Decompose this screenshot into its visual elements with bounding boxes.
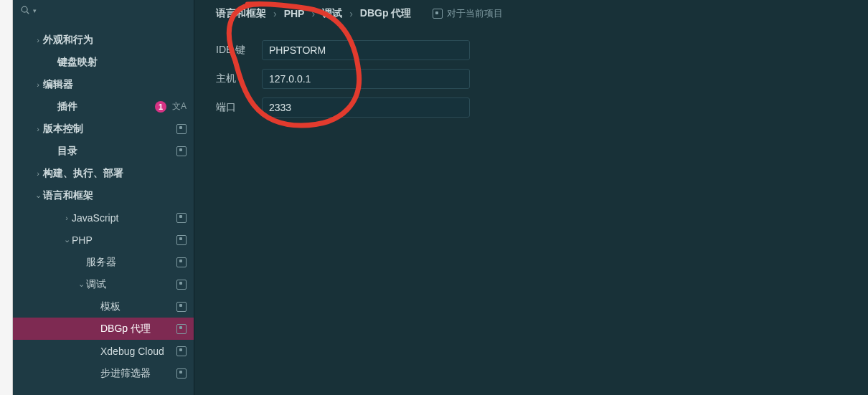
sidebar-item-label: 插件	[57, 100, 155, 113]
sidebar-item[interactable]: ⌄PHP	[13, 229, 194, 251]
sidebar-item[interactable]: ›编辑器	[13, 73, 194, 95]
sidebar-item-label: 版本控制	[43, 123, 176, 135]
chevron-right-icon: ›	[33, 80, 43, 89]
sidebar-item[interactable]: 步进筛选器	[13, 362, 194, 384]
sidebar-item-label: DBGp 代理	[100, 323, 176, 335]
ide-key-input[interactable]	[262, 40, 470, 60]
sidebar-item[interactable]: Xdebug Cloud	[13, 340, 194, 362]
breadcrumb: 语言和框架 › PHP › 调试 › DBGp 代理 对于当前项目	[194, 0, 868, 27]
sidebar-item-label: PHP	[72, 234, 176, 246]
sidebar-item-label: 目录	[57, 145, 176, 158]
update-badge: 1	[155, 101, 166, 113]
chevron-down-icon: ⌄	[76, 280, 86, 289]
sidebar-item-label: 模板	[100, 300, 176, 313]
sidebar-item[interactable]: 模板	[13, 295, 194, 318]
search-icon	[20, 5, 30, 17]
sidebar-item[interactable]: 目录	[13, 140, 194, 162]
project-scope-icon	[433, 9, 443, 19]
settings-tree: ›外观和行为键盘映射›编辑器插件1文A›版本控制目录›构建、执行、部署⌄语言和框…	[13, 22, 194, 395]
row-trailing-icons	[176, 346, 194, 356]
port-input[interactable]	[262, 97, 470, 118]
chevron-down-icon: ⌄	[62, 235, 72, 244]
sidebar-item[interactable]: ⌄调试	[13, 273, 194, 295]
sidebar-item-label: Xdebug Cloud	[100, 346, 176, 357]
row-trailing-icons	[176, 302, 194, 312]
svg-point-0	[22, 6, 27, 12]
chevron-down-icon: ⌄	[33, 191, 43, 200]
row-trailing-icons	[176, 146, 194, 156]
sidebar-item-label: 外观和行为	[43, 34, 187, 47]
sidebar-item-label: 构建、执行、部署	[43, 167, 187, 180]
breadcrumb-crumb[interactable]: 语言和框架	[216, 7, 266, 20]
caret-down-icon: ▾	[33, 7, 37, 14]
sidebar-item-label: 调试	[86, 278, 176, 291]
settings-sidebar: ▾ ›外观和行为键盘映射›编辑器插件1文A›版本控制目录›构建、执行、部署⌄语言…	[13, 0, 194, 395]
chevron-right-icon: ›	[33, 125, 43, 133]
row-trailing-icons: 1文A	[155, 100, 194, 113]
sidebar-item-label: 编辑器	[43, 78, 187, 91]
project-scope-icon	[176, 368, 187, 379]
sidebar-item-label: 语言和框架	[43, 189, 187, 202]
sidebar-item-label: 键盘映射	[57, 56, 187, 69]
chevron-right-icon: ›	[33, 169, 43, 178]
editor-gutter	[0, 0, 13, 395]
sidebar-item-label: JavaScript	[72, 212, 176, 224]
row-trailing-icons	[176, 235, 194, 245]
translate-icon: 文A	[172, 100, 187, 113]
ide-key-label: IDE 键	[216, 44, 262, 57]
breadcrumb-crumb[interactable]: 调试	[322, 7, 342, 20]
breadcrumb-crumb[interactable]: DBGp 代理	[360, 7, 412, 20]
sidebar-item[interactable]: ›构建、执行、部署	[13, 162, 194, 184]
project-scope-icon	[176, 213, 187, 223]
project-scope-icon	[176, 257, 187, 267]
host-label: 主机	[216, 72, 262, 85]
project-scope-icon	[176, 280, 187, 290]
sidebar-item[interactable]: ›外观和行为	[13, 29, 194, 51]
project-scope-icon	[176, 146, 187, 156]
project-scope-icon	[176, 235, 187, 245]
row-trailing-icons	[176, 280, 194, 290]
row-trailing-icons	[176, 368, 194, 379]
row-trailing-icons	[176, 324, 194, 334]
svg-line-1	[27, 11, 29, 14]
sidebar-item-label: 服务器	[86, 256, 176, 269]
project-scope-icon	[176, 124, 187, 134]
chevron-right-icon: ›	[311, 8, 315, 19]
sidebar-item[interactable]: ›JavaScript	[13, 206, 194, 229]
sidebar-item[interactable]: 服务器	[13, 251, 194, 273]
project-scope-icon	[176, 324, 187, 334]
project-scope-icon	[176, 346, 187, 356]
row-trailing-icons	[176, 213, 194, 223]
sidebar-item[interactable]: 插件1文A	[13, 95, 194, 118]
scope-label: 对于当前项目	[447, 7, 503, 20]
scope-indicator: 对于当前项目	[433, 7, 503, 20]
row-trailing-icons	[176, 124, 194, 134]
dbgp-proxy-form: IDE 键 主机 端口	[194, 27, 868, 130]
sidebar-item[interactable]: ›版本控制	[13, 118, 194, 140]
sidebar-search[interactable]: ▾	[13, 0, 194, 22]
chevron-right-icon: ›	[349, 8, 353, 19]
row-trailing-icons	[176, 257, 194, 267]
sidebar-item[interactable]: 键盘映射	[13, 51, 194, 73]
chevron-right-icon: ›	[62, 214, 72, 222]
chevron-right-icon: ›	[33, 36, 43, 44]
sidebar-item[interactable]: DBGp 代理	[13, 318, 194, 340]
sidebar-item[interactable]: ⌄语言和框架	[13, 184, 194, 206]
host-input[interactable]	[262, 69, 470, 89]
project-scope-icon	[176, 302, 187, 312]
port-label: 端口	[216, 101, 262, 114]
breadcrumb-crumb[interactable]: PHP	[284, 8, 305, 19]
sidebar-item-label: 步进筛选器	[100, 367, 176, 380]
chevron-right-icon: ›	[273, 8, 277, 19]
settings-main: 语言和框架 › PHP › 调试 › DBGp 代理 对于当前项目 IDE 键 …	[194, 0, 868, 395]
